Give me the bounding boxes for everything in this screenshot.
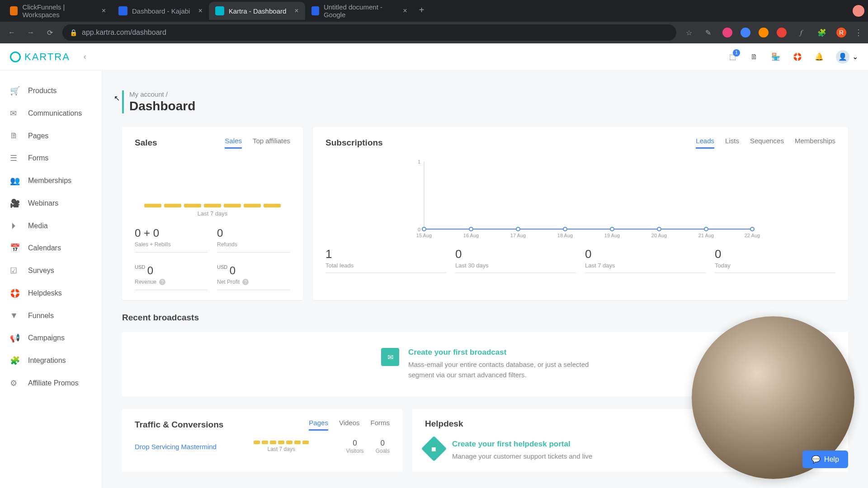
sidebar-item-affiliate[interactable]: ⚙Affiliate Promos (0, 372, 102, 394)
svg-text:0: 0 (418, 227, 420, 232)
forward-button[interactable]: → (24, 26, 37, 39)
sidebar-item-integrations[interactable]: 🧩Integrations (0, 349, 102, 372)
tab-leads[interactable]: Leads (696, 137, 714, 149)
browser-titlebar: ClickFunnels | Workspaces× Dashboard - K… (0, 0, 868, 22)
extension-icon[interactable]: ✎ (702, 26, 714, 39)
stat-revenue: USD 0Revenue? (135, 264, 208, 290)
page-icon: 🗎 (10, 131, 20, 141)
browser-tab[interactable]: Dashboard - Kajabi× (112, 2, 209, 20)
stat-total-leads: 1Total leads (326, 247, 446, 273)
new-tab-button[interactable]: + (414, 2, 430, 18)
funnel-icon: ▼ (10, 311, 20, 320)
sidebar-item-forms[interactable]: ☰Forms (0, 147, 102, 169)
svg-text:21 Aug: 21 Aug (698, 233, 714, 238)
menu-button[interactable]: ⋮ (854, 28, 863, 38)
bell-icon[interactable]: 🔔 (814, 52, 824, 62)
help-icon[interactable]: ? (242, 279, 249, 285)
browser-tab-active[interactable]: Kartra - Dashboard× (209, 2, 305, 20)
sidebar: 🛒Products ✉Communications 🗎Pages ☰Forms … (0, 70, 102, 488)
tab-top-affiliates[interactable]: Top affiliates (253, 137, 290, 149)
svg-point-8 (610, 227, 614, 231)
close-icon[interactable]: × (403, 7, 407, 15)
sidebar-collapse-button[interactable]: ‹ (84, 52, 86, 61)
logo[interactable]: KARTRA (10, 51, 70, 63)
app-header: KARTRA ‹ ⬚ 🗎 🏪 🛟 🔔 👤 ⌄ (0, 43, 868, 70)
help-icon[interactable]: ? (159, 279, 165, 285)
tab-sequences[interactable]: Sequences (750, 137, 784, 149)
tab-lists[interactable]: Lists (725, 137, 739, 149)
browser-toolbar: ← → ⟳ 🔒app.kartra.com/dashboard ☆ ✎ 𝑓 🧩 … (0, 22, 868, 43)
reload-button[interactable]: ⟳ (43, 26, 56, 39)
promo-title: Create your first helpdesk portal (452, 440, 592, 449)
svg-text:20 Aug: 20 Aug (651, 233, 667, 238)
sidebar-item-products[interactable]: 🛒Products (0, 80, 102, 102)
form-icon: ☰ (10, 153, 20, 163)
stat-refunds: 0Refunds (217, 227, 290, 253)
svg-point-5 (469, 227, 473, 231)
back-button[interactable]: ← (5, 26, 18, 39)
tab-videos[interactable]: Videos (339, 419, 360, 431)
svg-text:19 Aug: 19 Aug (604, 233, 620, 238)
card-title: Sales (135, 138, 157, 148)
extension-icon[interactable] (759, 28, 769, 38)
community-icon[interactable]: ⬚ (727, 52, 737, 62)
sidebar-item-memberships[interactable]: 👥Memberships (0, 169, 102, 192)
address-bar[interactable]: 🔒app.kartra.com/dashboard (62, 24, 676, 41)
extension-icon[interactable]: 𝑓 (795, 26, 807, 39)
help-button[interactable]: 💬Help (802, 450, 848, 468)
browser-tab[interactable]: Untitled document - Google× (305, 2, 414, 20)
svg-text:1: 1 (418, 159, 420, 164)
page-title: Dashboard (129, 99, 848, 113)
breadcrumb-parent: My account / (129, 90, 848, 98)
svg-text:18 Aug: 18 Aug (557, 233, 573, 238)
tab-pages[interactable]: Pages (309, 419, 328, 431)
tab-forms[interactable]: Forms (371, 419, 390, 431)
sidebar-item-communications[interactable]: ✉Communications (0, 102, 102, 125)
extension-icon[interactable] (777, 28, 787, 38)
tab-memberships[interactable]: Memberships (795, 137, 835, 149)
close-icon[interactable]: × (198, 7, 202, 15)
store-icon[interactable]: 🏪 (771, 52, 781, 62)
tab-sales[interactable]: Sales (225, 137, 242, 149)
bookmark-button[interactable]: ☆ (683, 26, 695, 39)
svg-point-6 (516, 227, 520, 231)
lock-icon: 🔒 (70, 29, 77, 36)
svg-text:22 Aug: 22 Aug (745, 233, 760, 238)
sidebar-item-pages[interactable]: 🗎Pages (0, 125, 102, 147)
user-menu[interactable]: 👤 ⌄ (836, 50, 858, 64)
sidebar-item-campaigns[interactable]: 📢Campaigns (0, 327, 102, 349)
sidebar-item-media[interactable]: ⏵Media (0, 215, 102, 237)
stat-last-30: 0Last 30 days (455, 247, 576, 273)
close-icon[interactable]: × (294, 7, 298, 15)
browser-tabs: ClickFunnels | Workspaces× Dashboard - K… (4, 2, 853, 20)
app-viewport: KARTRA ‹ ⬚ 🗎 🏪 🛟 🔔 👤 ⌄ 🛒Products ✉Commun… (0, 43, 868, 488)
sidebar-item-calendars[interactable]: 📅Calendars (0, 237, 102, 259)
page-link[interactable]: Drop Servicing Mastermind (135, 443, 217, 450)
svg-point-10 (704, 227, 708, 231)
create-broadcast-promo[interactable]: ✉ Create your first broadcast Mass-email… (381, 348, 589, 380)
play-icon: ⏵ (10, 221, 20, 230)
sidebar-item-funnels[interactable]: ▼Funnels (0, 305, 102, 327)
calendar-icon: 📅 (10, 243, 20, 253)
sidebar-item-helpdesks[interactable]: 🛟Helpdesks (0, 282, 102, 305)
cart-icon: 🛒 (10, 86, 20, 96)
browser-tab[interactable]: ClickFunnels | Workspaces× (4, 2, 112, 20)
sidebar-item-webinars[interactable]: 🎥Webinars (0, 192, 102, 215)
stat-net-profit: USD 0Net Profit? (217, 264, 290, 290)
extension-icon[interactable] (741, 28, 750, 38)
window-avatar[interactable] (853, 5, 864, 17)
extensions-button[interactable]: 🧩 (816, 26, 828, 39)
profile-button[interactable]: R (836, 28, 846, 38)
svg-point-11 (750, 227, 754, 231)
help-icon[interactable]: 🛟 (793, 52, 802, 62)
extension-icon[interactable] (722, 28, 732, 38)
breadcrumb: My account / Dashboard (122, 90, 848, 113)
document-icon[interactable]: 🗎 (749, 52, 759, 62)
svg-text:15 Aug: 15 Aug (416, 233, 432, 238)
sales-card: Sales Sales Top affiliates Last 7 days 0… (122, 127, 303, 300)
sidebar-item-surveys[interactable]: ☑Surveys (0, 259, 102, 282)
close-icon[interactable]: × (102, 7, 106, 15)
subscriptions-card: Subscriptions Leads Lists Sequences Memb… (313, 127, 848, 300)
svg-point-7 (563, 227, 567, 231)
avatar: 👤 (836, 50, 849, 64)
